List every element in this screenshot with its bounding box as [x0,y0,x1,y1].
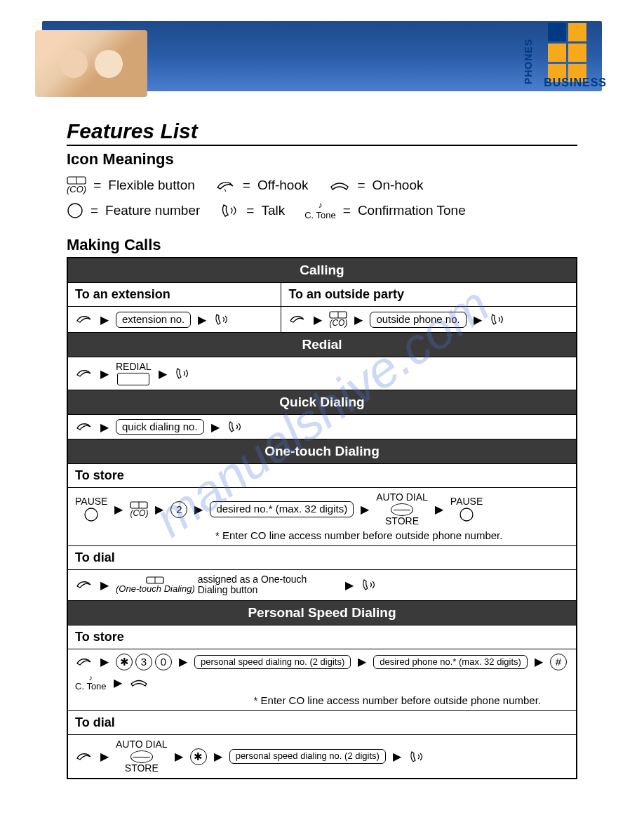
offhook-icon [75,578,93,592]
talk-icon [227,420,243,434]
page-title: Features List [67,119,577,146]
desired-no-box: desired no.* (max. 32 digits) [210,501,354,517]
digit-2-icon: 2 [170,501,187,518]
svg-point-2 [68,204,82,218]
psd-no-box: personal speed dialing no. (2 digits) [194,655,351,669]
one-touch-button-icon: (One-touch Dialing) [116,576,195,594]
talk-icon [220,202,239,219]
quick-dialing-header: Quick Dialing [67,390,577,414]
co-button-icon: (CO) [329,311,347,328]
outside-phone-box: outside phone no. [370,312,466,328]
svg-point-5 [85,508,98,521]
offhook-icon [75,655,93,669]
pause-button-icon: PAUSE [450,496,483,522]
autodial-store-button-icon: AUTO DIAL STORE [116,739,168,774]
people-photo [35,30,147,97]
ctone-icon: ♪ C. Tone [75,673,107,691]
talk-icon [361,578,377,592]
pause-button-icon: PAUSE [75,496,107,522]
logo-vert-text: PHONES [523,39,534,84]
to-dial-label-2: To dial [67,711,577,735]
offhook-icon [75,750,93,764]
ctone-label: Confirmation Tone [358,198,466,223]
offhook-icon [75,366,93,380]
quick-dialing-box: quick dialing no. [116,419,204,435]
extension-no-box: extension no. [116,312,191,328]
flexible-button-label: Flexible button [108,173,195,198]
calling-header: Calling [67,258,577,283]
talk-icon [213,312,230,326]
psd-header: Personal Speed Dialing [67,600,577,625]
onhook-icon [129,676,149,689]
talk-icon [408,750,425,764]
logo: PHONES BUSINESS [528,18,605,88]
to-store-label-2: To store [67,625,577,649]
star-key-icon: ✱ [116,654,133,670]
svg-point-8 [460,508,473,521]
hash-key-icon: # [550,654,567,670]
desired-phone-box: desired phone no.* (max. 32 digits) [373,655,528,669]
header-banner: PHONES BUSINESS [42,21,602,91]
onhook-icon [328,178,351,192]
talk-icon [489,312,506,326]
to-extension-label: To an extension [67,283,281,307]
icon-meanings-block: (CO) = Flexible button = Off-hook = On-h… [67,173,577,223]
feature-number-label: Feature number [105,198,200,223]
redial-header: Redial [67,333,577,357]
to-outside-label: To an outside party [281,283,577,307]
co-button-icon: (CO) [67,176,86,194]
digit-0-icon: 0 [155,654,172,670]
co-note-2: * Enter CO line access number before out… [75,694,569,706]
autodial-store-button-icon: AUTO DIAL STORE [376,492,428,527]
redial-button-icon: REDIAL [116,362,152,385]
offhook-icon [75,312,93,326]
making-calls-header: Making Calls [67,236,577,254]
talk-label: Talk [261,198,285,223]
feature-number-icon [67,202,83,219]
ctone-icon: ♪ C. Tone [304,201,336,220]
offhook-icon [288,312,307,326]
one-touch-header: One-touch Dialing [67,439,577,464]
digit-3-icon: 3 [135,654,152,670]
star-key-icon: ✱ [190,748,207,765]
offhook-label: Off-hook [257,173,309,198]
logo-horiz-text: BUSINESS [544,77,607,88]
psd-no-box-2: personal speed dialing no. (2 digits) [229,749,386,763]
to-store-label: To store [67,464,577,488]
onhook-label: On-hook [373,173,424,198]
assigned-text: assigned as a One-touch Dialing button [198,574,338,596]
co-note: * Enter CO line access number before out… [215,529,569,541]
co-button-icon: (CO) [130,501,148,518]
icon-meanings-header: Icon Meanings [67,150,577,168]
talk-icon [174,366,191,380]
offhook-icon [215,178,236,193]
features-table: Calling To an extension To an outside pa… [67,257,577,779]
to-dial-label: To dial [67,546,577,570]
offhook-icon [75,420,93,434]
